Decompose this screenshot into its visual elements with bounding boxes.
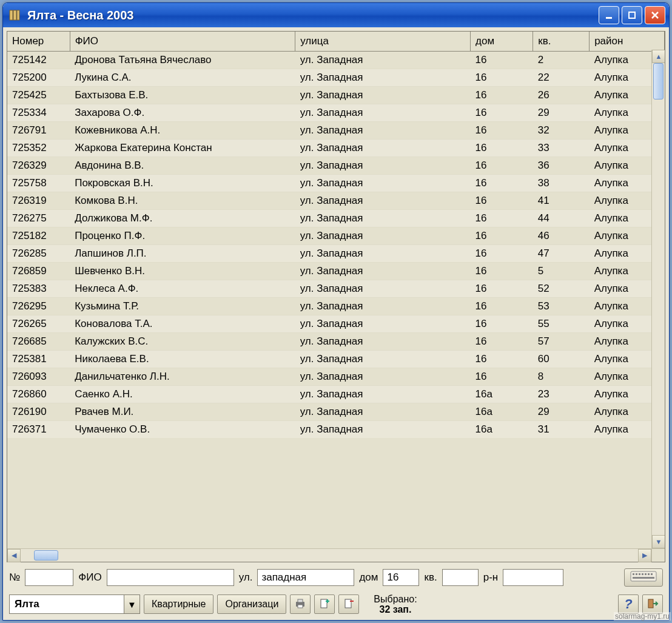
table-row[interactable]: 726285Лапшинов Л.П.ул. Западная1647Алупк…	[7, 245, 665, 263]
cell-house: 16	[471, 157, 533, 175]
cell-house: 16а	[471, 403, 533, 421]
cell-house: 16	[471, 69, 533, 87]
table-row[interactable]: 725758Покровская В.Н.ул. Западная1638Алу…	[7, 175, 665, 192]
svg-rect-3	[606, 17, 612, 19]
svg-rect-18	[298, 605, 303, 608]
scroll-right-button[interactable]: ▶	[638, 549, 651, 562]
cell-apt: 46	[533, 227, 590, 245]
table-row[interactable]: 725381Николаева Е.В.ул. Западная1660Алуп…	[7, 351, 665, 368]
cell-house: 16	[471, 315, 533, 333]
cell-house: 16	[471, 210, 533, 227]
cell-apt: 22	[533, 69, 590, 87]
table-row[interactable]: 726685Калужских В.С.ул. Западная1657Алуп…	[7, 333, 665, 351]
titlebar[interactable]: Ялта - Весна 2003	[3, 3, 669, 27]
filter-apt-input[interactable]	[442, 569, 479, 586]
table-row[interactable]: 726319Комкова В.Н.ул. Западная1641Алупка	[7, 192, 665, 210]
table-row[interactable]: 726859Шевченко В.Н.ул. Западная165Алупка	[7, 263, 665, 280]
city-combo-input[interactable]	[9, 594, 124, 614]
организаци-label: Организаци	[225, 599, 278, 610]
cell-num: 726295	[7, 298, 70, 315]
col-header-1[interactable]: ФИО	[70, 32, 295, 52]
cell-house: 16	[471, 122, 533, 140]
cell-house: 16	[471, 175, 533, 192]
col-header-5[interactable]: район	[590, 32, 665, 52]
svg-rect-8	[633, 573, 634, 575]
city-combo-dropdown-button[interactable]: ▼	[124, 594, 140, 614]
cell-num: 726791	[7, 122, 70, 140]
filter-house-label: дом	[359, 571, 378, 584]
cell-apt: 31	[533, 421, 590, 439]
cell-fio: Покровская В.Н.	[70, 175, 295, 192]
filter-num-input[interactable]	[25, 569, 73, 586]
hscroll-thumb[interactable]	[34, 550, 58, 561]
cell-house: 16	[471, 140, 533, 157]
table-row[interactable]: 726295Кузьмина Т.Р.ул. Западная1653Алупк…	[7, 298, 665, 315]
cell-fio: Рвачев М.И.	[70, 403, 295, 421]
watermark: solarmag-my1.ru	[614, 612, 671, 621]
cell-apt: 32	[533, 122, 590, 140]
cell-house: 16	[471, 333, 533, 351]
scroll-up-button[interactable]: ▲	[652, 50, 665, 63]
table-row[interactable]: 726265Коновалова Т.А.ул. Западная1655Алу…	[7, 315, 665, 333]
svg-rect-13	[648, 573, 650, 575]
filter-district-label: р-н	[483, 571, 499, 584]
scroll-left-button[interactable]: ◀	[7, 549, 21, 562]
квартирные-label: Квартирные	[152, 599, 206, 610]
cell-num: 726285	[7, 245, 70, 263]
cell-street: ул. Западная	[295, 157, 471, 175]
table-row[interactable]: 725352Жаркова Екатерина Констанул. Запад…	[7, 140, 665, 157]
vertical-scrollbar[interactable]: ▲ ▼	[651, 50, 665, 548]
help-button[interactable]: ?	[618, 594, 639, 614]
exit-button[interactable]	[642, 594, 663, 614]
filter-district-input[interactable]	[503, 569, 563, 586]
add-icon-button[interactable]	[314, 594, 335, 614]
remove-icon-button[interactable]	[338, 594, 359, 614]
cell-apt: 29	[533, 104, 590, 122]
table-row[interactable]: 725383Неклеса А.Ф.ул. Западная1652Алупка	[7, 280, 665, 298]
col-header-4[interactable]: кв.	[533, 32, 590, 52]
table-row[interactable]: 725200Лукина С.А.ул. Западная1622Алупка	[7, 69, 665, 87]
help-icon: ?	[624, 596, 632, 612]
svg-rect-15	[633, 577, 654, 579]
организаци-button[interactable]: Организаци	[217, 594, 286, 614]
table-row[interactable]: 725334Захарова О.Ф.ул. Западная1629Алупк…	[7, 104, 665, 122]
cell-fio: Николаева Е.В.	[70, 351, 295, 368]
col-header-3[interactable]: дом	[471, 32, 533, 52]
table-row[interactable]: 725142Дронова Татьяна Вячеславоул. Запад…	[7, 52, 665, 69]
col-header-0[interactable]: Номер	[7, 32, 70, 52]
document-minus-icon	[343, 598, 355, 611]
filter-fio-label: ФИО	[78, 571, 101, 584]
table-row[interactable]: 725425Бахтызова Е.В.ул. Западная1626Алуп…	[7, 87, 665, 104]
cell-apt: 60	[533, 351, 590, 368]
table-row[interactable]: 726371Чумаченко О.В.ул. Западная16а31Алу…	[7, 421, 665, 439]
cell-num: 725425	[7, 87, 70, 104]
col-header-2[interactable]: улица	[295, 32, 471, 52]
cell-fio: Данильчатенко Л.Н.	[70, 368, 295, 386]
close-button[interactable]	[645, 6, 665, 24]
print-icon-button[interactable]	[290, 594, 311, 614]
table-row[interactable]: 726275Должикова М.Ф.ул. Западная1644Алуп…	[7, 210, 665, 227]
квартирные-button[interactable]: Квартирные	[144, 594, 213, 614]
minimize-button[interactable]	[599, 6, 619, 24]
cell-num: 725142	[7, 52, 70, 69]
cell-num: 726275	[7, 210, 70, 227]
table-row[interactable]: 726791Кожевникова А.Н.ул. Западная1632Ал…	[7, 122, 665, 140]
cell-apt: 36	[533, 157, 590, 175]
city-combo[interactable]: ▼	[9, 594, 140, 614]
keyboard-button[interactable]	[624, 568, 663, 587]
table-row[interactable]: 726190Рвачев М.И.ул. Западная16а29Алупка	[7, 403, 665, 421]
vscroll-thumb[interactable]	[653, 63, 664, 99]
table-row[interactable]: 726860Саенко А.Н.ул. Западная16а23Алупка	[7, 386, 665, 403]
table-row[interactable]: 726329Авдонина В.В.ул. Западная1636Алупк…	[7, 157, 665, 175]
filter-house-input[interactable]	[383, 569, 419, 586]
cell-street: ул. Западная	[295, 87, 471, 104]
cell-street: ул. Западная	[295, 351, 471, 368]
window-title: Ялта - Весна 2003	[27, 8, 599, 22]
filter-fio-input[interactable]	[107, 569, 234, 586]
filter-street-input[interactable]	[257, 569, 354, 586]
table-row[interactable]: 726093Данильчатенко Л.Н.ул. Западная168А…	[7, 368, 665, 386]
horizontal-scrollbar[interactable]: ◀ ▶	[7, 548, 665, 562]
maximize-button[interactable]	[622, 6, 642, 24]
table-row[interactable]: 725182Проценко П.Ф.ул. Западная1646Алупк…	[7, 227, 665, 245]
scroll-down-button[interactable]: ▼	[652, 535, 665, 548]
